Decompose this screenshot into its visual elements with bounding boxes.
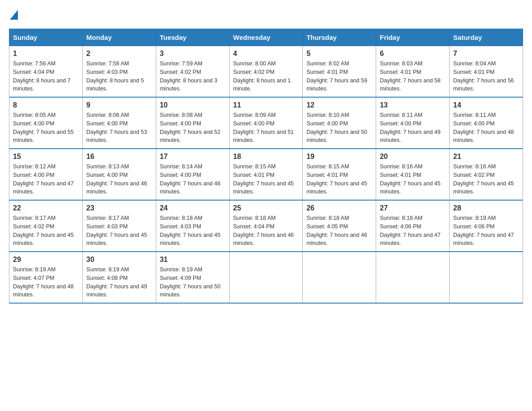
calendar-week-row: 1 Sunrise: 7:56 AMSunset: 4:04 PMDayligh… — [9, 46, 523, 98]
day-info: Sunrise: 8:13 AMSunset: 4:00 PMDaylight:… — [86, 163, 152, 196]
calendar-cell: 10 Sunrise: 8:08 AMSunset: 4:00 PMDaylig… — [156, 97, 229, 149]
day-info: Sunrise: 8:19 AMSunset: 4:07 PMDaylight:… — [13, 265, 79, 299]
calendar-cell — [303, 252, 376, 303]
day-info: Sunrise: 8:14 AMSunset: 4:00 PMDaylight:… — [160, 163, 226, 196]
day-number: 11 — [233, 101, 299, 109]
page-header — [9, 9, 523, 21]
calendar-cell: 28 Sunrise: 8:19 AMSunset: 4:06 PMDaylig… — [450, 200, 523, 252]
calendar-cell: 11 Sunrise: 8:09 AMSunset: 4:00 PMDaylig… — [229, 97, 303, 149]
day-number: 21 — [453, 153, 519, 161]
calendar-cell: 29 Sunrise: 8:19 AMSunset: 4:07 PMDaylig… — [9, 252, 83, 303]
calendar-header-friday: Friday — [376, 29, 450, 46]
calendar-cell: 8 Sunrise: 8:05 AMSunset: 4:00 PMDayligh… — [9, 97, 83, 149]
calendar-cell: 1 Sunrise: 7:56 AMSunset: 4:04 PMDayligh… — [9, 46, 83, 98]
day-info: Sunrise: 7:56 AMSunset: 4:04 PMDaylight:… — [13, 60, 79, 93]
day-number: 10 — [160, 101, 226, 109]
day-number: 4 — [233, 50, 299, 58]
day-info: Sunrise: 8:00 AMSunset: 4:02 PMDaylight:… — [233, 60, 299, 93]
day-info: Sunrise: 7:58 AMSunset: 4:03 PMDaylight:… — [86, 60, 152, 93]
day-number: 1 — [13, 50, 79, 58]
day-info: Sunrise: 8:11 AMSunset: 4:00 PMDaylight:… — [453, 111, 519, 145]
day-number: 16 — [86, 153, 152, 161]
day-number: 31 — [160, 256, 226, 264]
calendar-cell: 24 Sunrise: 8:18 AMSunset: 4:03 PMDaylig… — [156, 200, 229, 252]
logo-triangle-icon — [10, 10, 18, 20]
calendar-cell: 4 Sunrise: 8:00 AMSunset: 4:02 PMDayligh… — [229, 46, 303, 98]
day-info: Sunrise: 8:03 AMSunset: 4:01 PMDaylight:… — [380, 60, 446, 93]
day-info: Sunrise: 8:19 AMSunset: 4:09 PMDaylight:… — [160, 265, 226, 299]
day-number: 22 — [13, 204, 79, 212]
day-number: 17 — [160, 153, 226, 161]
day-number: 23 — [86, 204, 152, 212]
day-number: 27 — [380, 204, 446, 212]
calendar-cell: 22 Sunrise: 8:17 AMSunset: 4:02 PMDaylig… — [9, 200, 83, 252]
day-info: Sunrise: 8:15 AMSunset: 4:01 PMDaylight:… — [306, 163, 372, 196]
calendar-cell: 21 Sunrise: 8:16 AMSunset: 4:02 PMDaylig… — [450, 149, 523, 200]
day-number: 7 — [453, 50, 519, 58]
calendar-cell: 23 Sunrise: 8:17 AMSunset: 4:03 PMDaylig… — [82, 200, 156, 252]
day-info: Sunrise: 8:09 AMSunset: 4:00 PMDaylight:… — [233, 111, 299, 145]
day-number: 5 — [306, 50, 372, 58]
day-info: Sunrise: 8:19 AMSunset: 4:08 PMDaylight:… — [86, 265, 152, 299]
calendar-cell: 17 Sunrise: 8:14 AMSunset: 4:00 PMDaylig… — [156, 149, 229, 200]
calendar-cell: 9 Sunrise: 8:06 AMSunset: 4:00 PMDayligh… — [82, 97, 156, 149]
calendar-header-wednesday: Wednesday — [229, 29, 303, 46]
calendar-header-saturday: Saturday — [450, 29, 523, 46]
day-number: 8 — [13, 101, 79, 109]
day-number: 19 — [306, 153, 372, 161]
calendar-week-row: 15 Sunrise: 8:12 AMSunset: 4:00 PMDaylig… — [9, 149, 523, 200]
day-info: Sunrise: 8:12 AMSunset: 4:00 PMDaylight:… — [13, 163, 79, 196]
calendar-cell: 25 Sunrise: 8:18 AMSunset: 4:04 PMDaylig… — [229, 200, 303, 252]
day-number: 14 — [453, 101, 519, 109]
calendar-cell: 15 Sunrise: 8:12 AMSunset: 4:00 PMDaylig… — [9, 149, 83, 200]
day-info: Sunrise: 8:08 AMSunset: 4:00 PMDaylight:… — [160, 111, 226, 145]
day-number: 9 — [86, 101, 152, 109]
day-info: Sunrise: 8:17 AMSunset: 4:02 PMDaylight:… — [13, 214, 79, 248]
calendar-cell: 7 Sunrise: 8:04 AMSunset: 4:01 PMDayligh… — [450, 46, 523, 98]
calendar-header-monday: Monday — [82, 29, 156, 46]
calendar-cell — [229, 252, 303, 303]
day-info: Sunrise: 8:18 AMSunset: 4:03 PMDaylight:… — [160, 214, 226, 248]
calendar-week-row: 29 Sunrise: 8:19 AMSunset: 4:07 PMDaylig… — [9, 252, 523, 303]
day-number: 28 — [453, 204, 519, 212]
calendar-cell: 16 Sunrise: 8:13 AMSunset: 4:00 PMDaylig… — [82, 149, 156, 200]
calendar-cell: 31 Sunrise: 8:19 AMSunset: 4:09 PMDaylig… — [156, 252, 229, 303]
calendar-week-row: 22 Sunrise: 8:17 AMSunset: 4:02 PMDaylig… — [9, 200, 523, 252]
calendar-cell: 6 Sunrise: 8:03 AMSunset: 4:01 PMDayligh… — [376, 46, 450, 98]
day-info: Sunrise: 8:05 AMSunset: 4:00 PMDaylight:… — [13, 111, 79, 145]
day-info: Sunrise: 8:10 AMSunset: 4:00 PMDaylight:… — [306, 111, 372, 145]
day-info: Sunrise: 8:19 AMSunset: 4:06 PMDaylight:… — [453, 214, 519, 248]
day-info: Sunrise: 7:59 AMSunset: 4:02 PMDaylight:… — [160, 60, 226, 93]
day-number: 30 — [86, 256, 152, 264]
calendar-cell: 13 Sunrise: 8:11 AMSunset: 4:00 PMDaylig… — [376, 97, 450, 149]
day-info: Sunrise: 8:11 AMSunset: 4:00 PMDaylight:… — [380, 111, 446, 145]
day-info: Sunrise: 8:16 AMSunset: 4:01 PMDaylight:… — [380, 163, 446, 196]
calendar-cell: 5 Sunrise: 8:02 AMSunset: 4:01 PMDayligh… — [303, 46, 376, 98]
calendar-cell: 20 Sunrise: 8:16 AMSunset: 4:01 PMDaylig… — [376, 149, 450, 200]
calendar-cell: 18 Sunrise: 8:15 AMSunset: 4:01 PMDaylig… — [229, 149, 303, 200]
calendar-table: SundayMondayTuesdayWednesdayThursdayFrid… — [9, 29, 523, 304]
calendar-cell: 27 Sunrise: 8:18 AMSunset: 4:06 PMDaylig… — [376, 200, 450, 252]
calendar-header-sunday: Sunday — [9, 29, 83, 46]
day-info: Sunrise: 8:02 AMSunset: 4:01 PMDaylight:… — [306, 60, 372, 93]
day-number: 15 — [13, 153, 79, 161]
calendar-cell — [376, 252, 450, 303]
day-number: 2 — [86, 50, 152, 58]
day-info: Sunrise: 8:18 AMSunset: 4:04 PMDaylight:… — [233, 214, 299, 248]
day-number: 29 — [13, 256, 79, 264]
calendar-header-tuesday: Tuesday — [156, 29, 229, 46]
day-number: 24 — [160, 204, 226, 212]
calendar-cell: 19 Sunrise: 8:15 AMSunset: 4:01 PMDaylig… — [303, 149, 376, 200]
day-info: Sunrise: 8:06 AMSunset: 4:00 PMDaylight:… — [86, 111, 152, 145]
calendar-header-thursday: Thursday — [303, 29, 376, 46]
calendar-cell: 14 Sunrise: 8:11 AMSunset: 4:00 PMDaylig… — [450, 97, 523, 149]
day-info: Sunrise: 8:04 AMSunset: 4:01 PMDaylight:… — [453, 60, 519, 93]
calendar-week-row: 8 Sunrise: 8:05 AMSunset: 4:00 PMDayligh… — [9, 97, 523, 149]
day-info: Sunrise: 8:17 AMSunset: 4:03 PMDaylight:… — [86, 214, 152, 248]
calendar-header-row: SundayMondayTuesdayWednesdayThursdayFrid… — [9, 29, 523, 46]
day-number: 6 — [380, 50, 446, 58]
day-info: Sunrise: 8:18 AMSunset: 4:06 PMDaylight:… — [380, 214, 446, 248]
svg-marker-0 — [10, 10, 18, 20]
day-number: 20 — [380, 153, 446, 161]
day-info: Sunrise: 8:15 AMSunset: 4:01 PMDaylight:… — [233, 163, 299, 196]
